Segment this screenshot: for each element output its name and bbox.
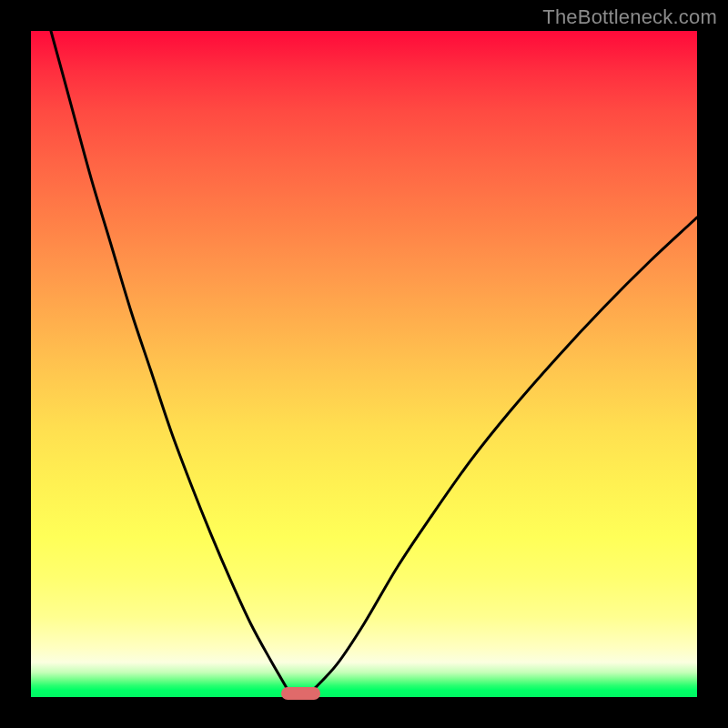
optimal-marker	[281, 687, 319, 700]
right-curve	[314, 217, 697, 689]
watermark-text: TheBottleneck.com	[542, 5, 717, 29]
plot-area	[31, 31, 697, 697]
curve-layer	[31, 31, 697, 697]
left-curve	[51, 31, 288, 689]
